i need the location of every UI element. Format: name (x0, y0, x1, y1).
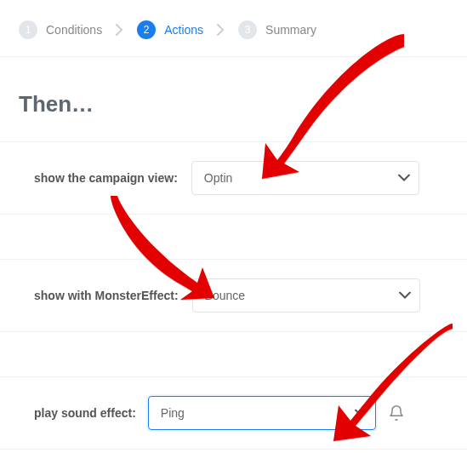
step-label-summary: Summary (265, 23, 316, 37)
select-value: Bounce (205, 289, 245, 302)
step-number-1: 1 (19, 20, 37, 39)
stepper: 1 Conditions 2 Actions 3 Summary (0, 0, 467, 57)
row-sound-effect: play sound effect: Ping (0, 376, 467, 450)
bell-icon[interactable] (388, 404, 405, 422)
step-number-2: 2 (137, 20, 156, 39)
label-monster-effect: show with MonsterEffect: (34, 289, 179, 302)
step-actions[interactable]: 2 Actions (137, 20, 203, 39)
step-label-actions: Actions (164, 23, 203, 37)
step-summary[interactable]: 3 Summary (238, 20, 316, 39)
select-sound-effect[interactable]: Ping (148, 396, 376, 430)
chevron-right-icon (116, 24, 123, 36)
chevron-down-icon (399, 292, 411, 300)
chevron-down-icon (355, 410, 367, 417)
select-monster-effect[interactable]: Bounce (192, 278, 420, 313)
label-campaign-view: show the campaign view: (34, 171, 178, 185)
then-heading: Then… (0, 57, 467, 141)
step-number-3: 3 (238, 20, 257, 39)
step-label-conditions: Conditions (46, 23, 102, 37)
select-campaign-view[interactable]: Optin (191, 161, 419, 195)
select-value: Optin (204, 171, 232, 185)
chevron-right-icon (217, 24, 225, 36)
row-campaign-view: show the campaign view: Optin (0, 141, 467, 215)
label-sound-effect: play sound effect: (34, 406, 136, 420)
row-monster-effect: show with MonsterEffect: Bounce (0, 259, 467, 332)
step-conditions[interactable]: 1 Conditions (19, 20, 102, 39)
chevron-down-icon (398, 175, 410, 182)
select-value: Ping (161, 406, 185, 420)
